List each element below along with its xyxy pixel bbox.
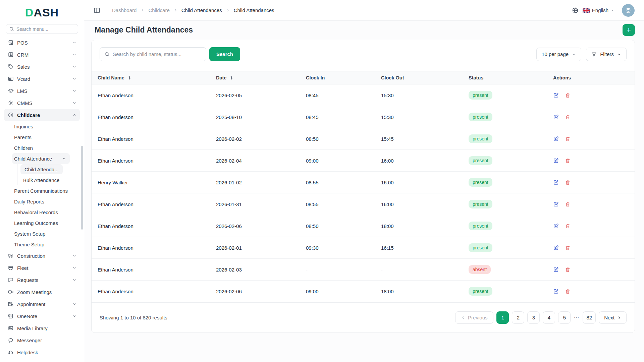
delete-button[interactable]: [565, 289, 571, 294]
cell-clock-in: 08:45: [300, 106, 375, 128]
brand-logo[interactable]: DASH: [0, 0, 84, 19]
sidebar-item-messenger[interactable]: Messenger: [4, 334, 80, 346]
sidebar-item-vcard[interactable]: Vcard: [4, 73, 80, 85]
table-search-input[interactable]: [113, 51, 202, 57]
sidebar-scrollbar[interactable]: [81, 146, 83, 230]
page-button-82[interactable]: 82: [583, 311, 596, 324]
sidebar-item-onenote[interactable]: OneNote: [4, 310, 80, 322]
edit-button[interactable]: [553, 223, 559, 229]
delete-button[interactable]: [565, 180, 571, 185]
sidebar-search[interactable]: [6, 24, 78, 34]
edit-button[interactable]: [553, 266, 559, 273]
sales-tag-icon: [7, 63, 14, 70]
user-avatar[interactable]: [622, 4, 635, 17]
sidebar-item-sales[interactable]: Sales: [4, 61, 80, 73]
column-header-status: Status: [463, 71, 547, 84]
sidebar-item-fleet[interactable]: Fleet: [4, 262, 80, 274]
sidebar-item-lms[interactable]: LMS: [4, 85, 80, 97]
sort-icon[interactable]: [127, 75, 132, 80]
breadcrumb-child-attendances[interactable]: Child Attendances: [181, 7, 222, 13]
sidebar-item-child-attendance[interactable]: Child Attendance: [12, 153, 70, 164]
card-toolbar: Search 10 per page Filters: [92, 40, 635, 71]
sidebar-item-inquiries[interactable]: Inquiries: [8, 121, 80, 132]
sidebar-search-input[interactable]: [16, 26, 75, 32]
edit-button[interactable]: [553, 114, 559, 120]
breadcrumb-dashboard[interactable]: Dashboard: [112, 7, 137, 13]
table-search[interactable]: [100, 47, 206, 61]
sidebar-item-system-setup[interactable]: System Setup: [8, 228, 80, 239]
sidebar-item-parent-communications[interactable]: Parent Communications: [8, 185, 80, 196]
edit-button[interactable]: [553, 158, 559, 164]
delete-button[interactable]: [565, 245, 571, 251]
table-row: Ethan Anderson 2025-08-10 08:45 15:30 pr…: [92, 106, 635, 128]
chevron-down-icon: [72, 266, 76, 270]
page-button-3[interactable]: 3: [527, 311, 540, 324]
cell-child-name: Ethan Anderson: [92, 281, 210, 302]
table-row: Ethan Anderson 2026-02-05 08:45 15:30 pr…: [92, 84, 635, 106]
sidebar-item-label: Helpdesk: [17, 350, 38, 355]
page-button-1[interactable]: 1: [496, 311, 509, 324]
sidebar-item-requests[interactable]: Requests: [4, 274, 80, 286]
delete-button[interactable]: [565, 93, 571, 98]
cell-clock-in: 09:00: [300, 281, 375, 302]
add-attendance-button[interactable]: +: [623, 24, 635, 36]
page-button-4[interactable]: 4: [543, 311, 555, 324]
sidebar-item-zoom-meetings[interactable]: Zoom Meetings: [4, 286, 80, 298]
sidebar-item-bulk-attendance[interactable]: Bulk Attendance: [17, 175, 80, 185]
cell-date: 2026-01-02: [210, 172, 300, 193]
column-header-date[interactable]: Date: [210, 71, 300, 84]
sidebar-item-child-attendances[interactable]: Child Attenda...: [20, 164, 63, 174]
language-selector[interactable]: English: [583, 7, 614, 13]
globe-icon[interactable]: [572, 7, 579, 14]
sidebar-item-blog[interactable]: Blog: [4, 358, 80, 362]
attendance-table: Child Name Date Clock In Clock Out Statu…: [92, 71, 635, 302]
delete-button[interactable]: [565, 201, 571, 207]
edit-button[interactable]: [553, 288, 559, 294]
edit-button[interactable]: [553, 136, 559, 142]
breadcrumb-childcare[interactable]: Childcare: [148, 7, 169, 13]
sidebar-item-helpdesk[interactable]: Helpdesk: [4, 346, 80, 358]
sidebar-item-theme-setup[interactable]: Theme Setup: [8, 239, 80, 250]
sidebar-item-daily-reports[interactable]: Daily Reports: [8, 196, 80, 207]
sidebar-item-childcare[interactable]: Childcare: [4, 109, 80, 121]
edit-button[interactable]: [553, 92, 559, 98]
sidebar-item-learning-outcomes[interactable]: Learning Outcomes: [8, 218, 80, 228]
sidebar-item-label: Construction: [17, 253, 45, 259]
previous-page-button[interactable]: Previous: [455, 311, 493, 324]
chevron-down-icon: [72, 77, 76, 81]
sidebar-item-appointment[interactable]: Appointment: [4, 298, 80, 310]
delete-button[interactable]: [565, 136, 571, 142]
per-page-select[interactable]: 10 per page: [536, 48, 581, 61]
delete-button[interactable]: [565, 158, 571, 164]
sidebar-item-media-library[interactable]: Media Library: [4, 322, 80, 334]
search-button[interactable]: Search: [209, 47, 240, 61]
sidebar-item-children[interactable]: Children: [8, 142, 80, 153]
sidebar-item-crm[interactable]: CRM: [4, 49, 80, 61]
search-icon: [104, 52, 110, 57]
storefront-icon: [7, 39, 14, 46]
sidebar-toggle-icon[interactable]: [94, 7, 100, 14]
sidebar-item-cmms[interactable]: CMMS: [4, 97, 80, 109]
sidebar-item-construction[interactable]: Construction: [4, 250, 80, 262]
sidebar-item-parents[interactable]: Parents: [8, 132, 80, 142]
edit-button[interactable]: [553, 179, 559, 185]
edit-button[interactable]: [553, 245, 559, 251]
cell-date: 2026-02-04: [210, 150, 300, 172]
chat-bubble-icon: [7, 337, 14, 344]
edit-button[interactable]: [553, 201, 559, 207]
sort-icon[interactable]: [229, 75, 234, 80]
page-button-2[interactable]: 2: [512, 311, 524, 324]
page-button-5[interactable]: 5: [558, 311, 571, 324]
next-page-button[interactable]: Next: [599, 311, 627, 324]
chevron-right-icon: [174, 8, 177, 12]
delete-button[interactable]: [565, 267, 571, 273]
sidebar-item-behavioral-records[interactable]: Behavioral Records: [8, 207, 80, 218]
column-header-child-name[interactable]: Child Name: [92, 71, 210, 84]
filters-button[interactable]: Filters: [586, 48, 627, 61]
sidebar-item-pos[interactable]: POS: [4, 37, 80, 49]
delete-button[interactable]: [565, 223, 571, 229]
smiley-icon: [7, 112, 14, 118]
cell-clock-in: 08:55: [300, 193, 375, 215]
delete-button[interactable]: [565, 114, 571, 120]
chevron-down-icon: [72, 314, 76, 318]
